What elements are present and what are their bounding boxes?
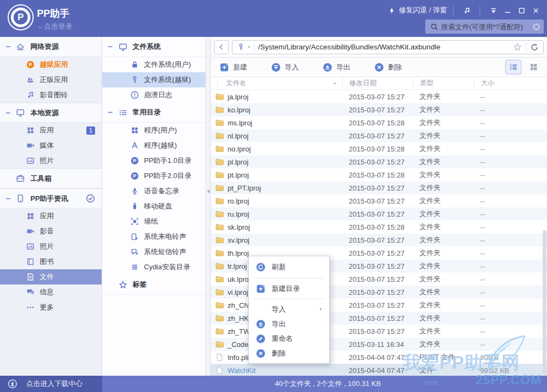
file-row[interactable]: ja.lproj2015-03-07 15:27文件夹-- [211,90,547,103]
file-row[interactable]: nl.lproj2015-03-07 15:27文件夹-- [211,129,547,142]
tree-item-移动硬盘[interactable]: 移动硬盘 [102,199,205,214]
panel-splitter[interactable] [205,37,211,376]
file-row[interactable]: sv.lproj2015-03-07 15:27文件夹-- [211,233,547,246]
minimize-button[interactable] [500,4,514,17]
sidebar-item-越狱应用[interactable]: P越狱应用 [0,57,102,72]
tree-item-文件系统(越狱)[interactable]: 文件系统(越狱) [102,72,205,87]
context-menu-item-导出[interactable]: 导出 [249,317,329,331]
context-menu-item-新建目录[interactable]: 新建目录 [249,281,329,296]
sidebar-item-正版应用[interactable]: 正版应用 [0,72,102,87]
tree-section-文件系统[interactable]: 文件系统 [102,37,205,57]
file-row[interactable]: pt_PT.lproj2015-03-07 15:27文件夹-- [211,181,547,194]
tree-section-常用目录[interactable]: 常用目录 [102,103,205,123]
download-center-bar[interactable]: 点击进入下载中心 [0,376,102,392]
sidebar-section-工具箱[interactable]: 工具箱 [0,168,102,188]
sidebar-item-影音图铃[interactable]: 影音图铃 [0,87,102,103]
login-link[interactable]: ←点击登录 [37,22,72,31]
tree-item-文件系统(用户)[interactable]: 文件系统(用户) [102,57,205,72]
main-sidebar: 网络资源P越狱应用正版应用影音图铃本地资源应用1媒体照片工具箱PP助手资讯应用影… [0,37,102,376]
sidebar-item-媒体[interactable]: 媒体 [0,138,102,153]
music-button[interactable] [460,4,474,17]
context-menu-item-导入[interactable]: 导入 [249,302,329,317]
tree-item-Cydia安装目录[interactable]: Cydia安装目录 [102,260,205,275]
sidebar-item-label: 照片 [40,242,54,251]
clear-search-icon[interactable] [532,23,540,31]
toolbar-button-导入[interactable]: 导入 [268,60,302,74]
context-menu-label: 刷新 [272,262,286,272]
back-button[interactable] [214,40,229,54]
sidebar-item-文件[interactable]: 文件 [0,269,102,284]
sidebar-item-图书[interactable]: 图书 [0,254,102,269]
context-menu-label: 导入 [272,305,286,314]
file-name: WatchKit [228,366,256,375]
tree-item-系统短信铃声[interactable]: 系统短信铃声 [102,244,205,260]
sidebar-section-网络资源[interactable]: 网络资源 [0,37,102,57]
refresh-icon[interactable] [530,43,539,52]
toolbar-button-删除[interactable]: 删除 [371,60,405,74]
address-bar[interactable]: /System/Library/AccessibilityBundles/Wat… [232,40,544,54]
sidebar-item-应用[interactable]: 应用 [0,208,102,224]
file-toolbar: 新建导入导出删除 [211,58,547,77]
tree-item-PP助手2.0目录[interactable]: PPP助手2.0目录 [102,168,205,184]
sidebar-item-更多[interactable]: 更多 [0,300,102,315]
tree-item-程序(用户)[interactable]: 程序(用户) [102,123,205,138]
close-button[interactable] [529,4,543,17]
file-row[interactable]: ms.lproj2015-03-07 15:28文件夹-- [211,116,547,129]
tree-item-语音备忘录[interactable]: 语音备忘录 [102,184,205,199]
column-header-类型[interactable]: 类型 [413,77,474,90]
pp-logo[interactable]: P [8,4,34,30]
tree-item-墙纸[interactable]: 墙纸 [102,214,205,229]
grid-view-button[interactable] [525,60,542,74]
tree-section-label: 文件系统 [133,42,161,52]
home-icon [16,42,25,52]
favorite-star-icon[interactable] [513,42,522,52]
file-row[interactable]: WatchKit2015-04-04 07:47文件99.52 KB [211,364,547,376]
current-path[interactable]: /System/Library/AccessibilityBundles/Wat… [258,43,513,51]
sidebar-item-照片[interactable]: 照片 [0,153,102,168]
context-menu-item-刷新[interactable]: 刷新 [249,259,329,275]
search-input[interactable] [441,23,532,31]
sidebar-item-label: 照片 [40,156,54,166]
sidebar-item-应用[interactable]: 应用1 [0,123,102,138]
sort-asc-icon [332,80,338,86]
sidebar-item-信息[interactable]: 信息 [0,284,102,300]
file-row[interactable]: ko.lproj2015-03-07 15:27文件夹-- [211,103,547,116]
new-folder-icon [219,62,229,72]
sidebar-item-照片[interactable]: 照片 [0,239,102,254]
download-manager-button[interactable] [486,4,500,17]
toolbar-button-新建[interactable]: 新建 [216,60,250,74]
tree-item-崩溃日志[interactable]: 崩溃日志 [102,87,205,103]
mic-icon [130,187,139,195]
column-header-文件名[interactable]: 文件名 [211,77,342,90]
sidebar-section-本地资源[interactable]: 本地资源 [0,103,102,123]
chevron-down-icon[interactable] [246,44,252,50]
context-menu-item-删除[interactable]: 删除 [249,346,329,361]
sidebar-item-label: 图书 [40,257,54,267]
list-view-button[interactable] [505,60,521,74]
file-date: 2015-03-07 15:27 [342,314,413,323]
toolbar-button-导出[interactable]: 导出 [319,60,354,74]
sidebar-item-影音[interactable]: 影音 [0,224,102,239]
file-name: uk.lproj [228,275,250,283]
path-bar: /System/Library/AccessibilityBundles/Wat… [211,37,547,58]
folder-icon [215,184,224,192]
column-header-大小[interactable]: 大小 [474,77,547,90]
sidebar-section-PP助手资讯[interactable]: PP助手资讯 [0,188,102,208]
tree-item-系统来电铃声[interactable]: 系统来电铃声 [102,229,205,244]
file-row[interactable]: no.lproj2015-03-07 15:28文件夹-- [211,142,547,155]
column-header-修改日期[interactable]: 修改日期 [342,77,413,90]
tree-item-程序(越狱)[interactable]: 程序(越狱) [102,138,205,153]
file-row[interactable]: ru.lproj2015-03-07 15:27文件夹-- [211,207,547,220]
file-row[interactable]: pt.lproj2015-03-07 15:28文件夹-- [211,168,547,181]
search-icon [430,23,438,31]
vertical-scrollbar[interactable] [543,230,546,375]
svg-text:P: P [133,157,137,163]
context-menu-item-重命名[interactable]: 重命名 [249,331,329,346]
file-row[interactable]: pl.lproj2015-03-07 15:27文件夹-- [211,155,547,168]
file-row[interactable]: sk.lproj2015-03-07 15:28文件夹-- [211,220,547,233]
maximize-button[interactable] [514,4,529,17]
tree-item-PP助手1.0目录[interactable]: PPP助手1.0目录 [102,153,205,168]
tree-section-标签[interactable]: 标签 [102,275,205,295]
file-row[interactable]: ro.lproj2015-03-07 15:27文件夹-- [211,194,547,207]
fix-crash-popup-link[interactable]: 修复闪退 / 弹窗 [388,5,447,15]
